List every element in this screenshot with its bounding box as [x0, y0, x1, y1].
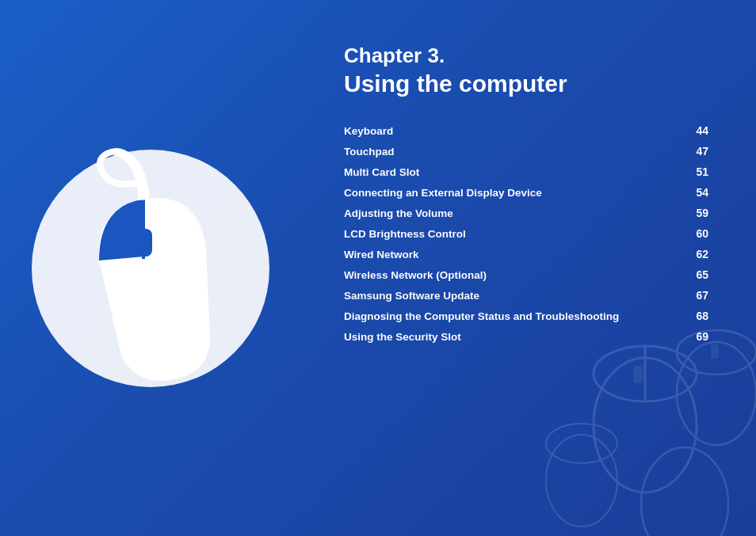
toc-row: Touchpad47 — [344, 141, 708, 162]
svg-point-7 — [546, 435, 617, 526]
toc-label: Multi Card Slot — [344, 162, 677, 182]
background-decoration — [423, 235, 756, 536]
toc-label: Adjusting the Volume — [344, 203, 677, 223]
toc-page-number: 44 — [677, 120, 708, 141]
svg-rect-11 — [711, 344, 719, 359]
mouse-icon-decoration — [24, 134, 277, 403]
toc-row: Connecting an External Display Device54 — [344, 182, 708, 203]
toc-row: Adjusting the Volume59 — [344, 203, 708, 223]
page: Chapter 3. Using the computer Keyboard44… — [0, 0, 756, 536]
toc-page-number: 51 — [677, 162, 708, 182]
mouse-icon-svg — [28, 146, 262, 399]
toc-row: Keyboard44 — [344, 120, 708, 141]
toc-label: Keyboard — [344, 120, 677, 141]
svg-rect-1 — [136, 229, 152, 257]
toc-label: Connecting an External Display Device — [344, 182, 677, 203]
chapter-label: Chapter 3. — [344, 44, 708, 68]
toc-label: Touchpad — [344, 141, 677, 162]
toc-page-number: 47 — [677, 141, 708, 162]
toc-page-number: 54 — [677, 182, 708, 203]
svg-rect-10 — [633, 366, 643, 383]
toc-row: Multi Card Slot51 — [344, 162, 708, 182]
svg-point-8 — [546, 424, 617, 463]
toc-page-number: 59 — [677, 203, 708, 223]
chapter-title: Using the computer — [344, 70, 708, 98]
